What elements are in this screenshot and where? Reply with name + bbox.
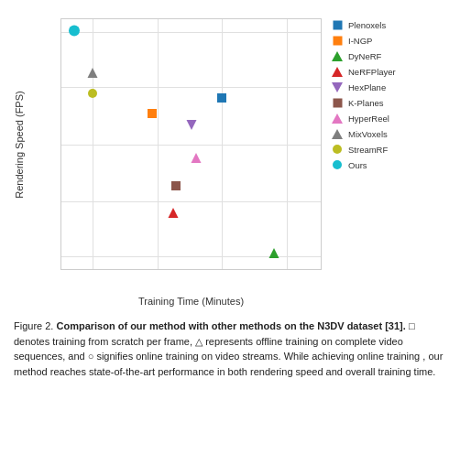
legend-label-plenoxels: Plenoxels: [348, 20, 386, 30]
svg-rect-11: [333, 36, 342, 45]
legend-item-ours: Ours: [331, 158, 450, 171]
legend-icon-ingp: [331, 34, 344, 47]
svg-rect-5: [171, 181, 181, 190]
svg-point-9: [69, 25, 80, 36]
datapoint-plenoxels: [216, 91, 227, 107]
svg-marker-6: [192, 153, 202, 163]
legend-icon-ours: [331, 158, 344, 171]
datapoint-dynerf: [268, 246, 280, 263]
svg-point-19: [333, 160, 342, 169]
x-axis-label: Training Time (Minutes): [60, 296, 322, 307]
legend-label-dynerf: DyNeRF: [348, 51, 381, 61]
svg-marker-7: [87, 68, 97, 78]
legend-label-ours: Ours: [348, 160, 367, 170]
legend-label-mixvoxels: MixVoxels: [348, 129, 388, 139]
svg-rect-10: [333, 20, 342, 29]
legend-item-dynerf: DyNeRF: [331, 49, 450, 62]
svg-marker-3: [168, 208, 178, 218]
svg-marker-17: [332, 129, 343, 139]
legend-item-nerfplayer: NeRFPlayer: [331, 65, 450, 78]
legend-label-streamrf: StreamRF: [348, 145, 388, 155]
svg-marker-13: [332, 67, 343, 77]
legend-item-streamrf: StreamRF: [331, 143, 450, 156]
chart-plot-area: 10² 10¹ 10⁰ 10⁻¹ 10⁻² 10² 10³ 10⁴ 10⁵: [60, 18, 322, 270]
svg-marker-2: [269, 248, 279, 258]
datapoint-streamrf: [87, 86, 98, 103]
legend-item-mixvoxels: MixVoxels: [331, 127, 450, 140]
datapoint-kplanes: [170, 178, 181, 195]
legend-label-nerfplayer: NeRFPlayer: [348, 67, 396, 77]
legend-icon-plenoxels: [331, 18, 344, 31]
legend-item-kplanes: K-Planes: [331, 96, 450, 109]
legend-icon-streamrf: [331, 143, 344, 156]
svg-point-8: [88, 89, 97, 98]
svg-marker-16: [332, 114, 343, 124]
legend-icon-kplanes: [331, 96, 344, 109]
chart-container: Rendering Speed (FPS) 10² 10¹ 10⁰ 10⁻¹ 1…: [10, 9, 450, 311]
chart-legend: Plenoxels I-NGP DyNeRF NeRFPlayer HexPla…: [331, 18, 450, 174]
svg-marker-14: [332, 82, 343, 92]
datapoint-nerfplayer: [167, 206, 179, 222]
figure-caption: Figure 2. Comparison of our method with …: [9, 319, 451, 379]
y-axis-label: Rendering Speed (FPS): [10, 18, 28, 270]
svg-rect-0: [217, 93, 226, 103]
legend-label-hyperreel: HyperReel: [348, 114, 389, 124]
svg-rect-15: [333, 98, 342, 107]
legend-item-ingp: I-NGP: [331, 34, 450, 47]
datapoint-hexplane: [185, 118, 197, 135]
legend-icon-mixvoxels: [331, 127, 344, 140]
caption-bold: Comparison of our method with other meth…: [56, 320, 405, 331]
datapoint-ingp: [147, 106, 158, 123]
legend-icon-dynerf: [331, 49, 344, 62]
datapoint-hyperreel: [191, 151, 203, 168]
legend-icon-hyperreel: [331, 112, 344, 124]
legend-item-hyperreel: HyperReel: [331, 112, 450, 124]
svg-marker-4: [186, 120, 196, 130]
legend-item-plenoxels: Plenoxels: [331, 18, 450, 31]
legend-icon-nerfplayer: [331, 65, 344, 78]
legend-label-ingp: I-NGP: [348, 36, 372, 46]
caption-prefix: Figure 2.: [14, 320, 56, 331]
datapoint-mixvoxels: [86, 66, 98, 82]
svg-marker-12: [332, 51, 343, 61]
svg-rect-1: [148, 109, 157, 118]
legend-label-hexplane: HexPlane: [348, 82, 386, 92]
svg-point-18: [333, 145, 342, 154]
legend-label-kplanes: K-Planes: [348, 98, 384, 108]
legend-item-hexplane: HexPlane: [331, 81, 450, 93]
datapoint-ours: [69, 24, 81, 40]
legend-icon-hexplane: [331, 81, 344, 93]
